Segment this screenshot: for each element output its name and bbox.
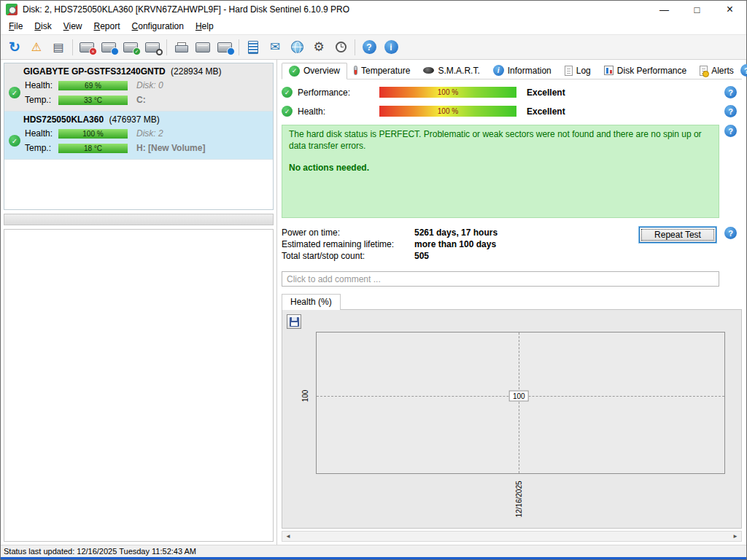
- chart-crosshair-vertical: [519, 332, 519, 473]
- chart-tab-row: Health (%): [282, 293, 742, 309]
- status-action: No actions needed.: [289, 163, 712, 174]
- problems-button[interactable]: ⚠: [26, 37, 47, 58]
- tabbar: ✓ Overview Temperature S.M.A.R.T. i Info…: [282, 62, 742, 79]
- volume-label: C:: [136, 95, 146, 105]
- disk-remove-button[interactable]: ×: [76, 37, 98, 58]
- menu-disk[interactable]: Disk: [28, 19, 57, 34]
- save-report-button[interactable]: [214, 37, 236, 58]
- tab-temperature[interactable]: Temperature: [347, 62, 417, 79]
- devices-button[interactable]: [192, 37, 214, 58]
- warning-icon: ⚠: [31, 40, 42, 54]
- window-controls: — □ ×: [648, 1, 746, 18]
- disk-remove-icon: ×: [80, 42, 94, 52]
- scheduler-button[interactable]: [330, 37, 352, 58]
- tab-disk-performance[interactable]: Disk Performance: [597, 62, 693, 79]
- disk-platter-icon: [423, 67, 434, 74]
- disk-check-icon: ✓: [123, 42, 138, 52]
- health-bar: 100 %: [379, 106, 516, 117]
- statusbar: Status last updated: 12/16/2025 Tuesday …: [1, 545, 746, 557]
- disk-list-item-1[interactable]: HDS725050KLA360 (476937 MB) ✓ Health: 10…: [4, 112, 273, 160]
- status-help-icon[interactable]: ?: [724, 125, 737, 137]
- maximize-button[interactable]: □: [681, 1, 713, 18]
- lifetime-section: Power on time: 5261 days, 17 hours Estim…: [282, 227, 737, 262]
- toolbar-separator: [355, 39, 355, 55]
- tab-label: Disk Performance: [617, 66, 686, 76]
- information-button[interactable]: i: [380, 37, 402, 58]
- tab-label: Log: [576, 66, 591, 76]
- health-help-icon[interactable]: ?: [724, 105, 737, 117]
- log-page-icon: [565, 66, 573, 76]
- app-window: Disk: 2, HDS725050KLA360 [KRVN67ZAHWPL9F…: [0, 0, 747, 560]
- tabs-help-icon[interactable]: ?: [740, 64, 747, 77]
- app-icon: [6, 4, 18, 15]
- performance-ok-icon: ✓: [282, 87, 293, 98]
- disk-list-panel: GIGABYTE GP-GSTFS31240GNTD (228934 MB) ✓…: [4, 63, 274, 210]
- menu-view[interactable]: View: [58, 19, 88, 34]
- gear-icon: ⚙: [313, 39, 324, 55]
- overview-tab-check-icon: ✓: [289, 66, 300, 77]
- disk-sidebar: GIGABYTE GP-GSTFS31240GNTD (228934 MB) ✓…: [1, 60, 276, 545]
- tab-smart[interactable]: S.M.A.R.T.: [417, 62, 486, 79]
- repeat-test-button[interactable]: Repeat Test: [639, 227, 716, 243]
- refresh-button[interactable]: ↻: [4, 37, 26, 58]
- close-button[interactable]: ×: [713, 1, 746, 18]
- notebook-icon: [248, 41, 258, 54]
- window-title: Disk: 2, HDS725050KLA360 [KRVN67ZAHWPL9F…: [23, 4, 349, 15]
- volume-label: H: [New Volume]: [136, 143, 205, 153]
- menu-configuration[interactable]: Configuration: [126, 19, 190, 34]
- main-area: GIGABYTE GP-GSTFS31240GNTD (228934 MB) ✓…: [1, 60, 746, 545]
- report-button[interactable]: ▤: [47, 37, 69, 58]
- tab-overview[interactable]: ✓ Overview: [282, 63, 347, 79]
- lifetime-value: more than 100 days: [414, 239, 496, 249]
- report-file-button[interactable]: [242, 37, 264, 58]
- menu-help[interactable]: Help: [190, 19, 220, 34]
- performance-label: Performance:: [298, 88, 379, 98]
- chart-tab-label: Health (%): [290, 297, 332, 307]
- repeat-test-help-icon[interactable]: ?: [724, 227, 737, 239]
- health-chart: 100 100 12/16/2025: [282, 309, 742, 529]
- minimize-button[interactable]: —: [648, 1, 681, 18]
- tab-label: Temperature: [361, 66, 410, 76]
- collapsed-panel-header[interactable]: [4, 214, 274, 225]
- power-on-label: Power on time:: [282, 228, 414, 238]
- help-button[interactable]: ?: [358, 37, 380, 58]
- tab-information[interactable]: i Information: [487, 62, 558, 79]
- health-label: Health:: [298, 106, 379, 117]
- email-button[interactable]: ✉: [264, 37, 286, 58]
- disk-status-ok-icon: ✓: [9, 87, 20, 98]
- website-button[interactable]: [286, 37, 308, 58]
- help-icon: ?: [363, 40, 376, 54]
- performance-help-icon[interactable]: ?: [724, 86, 737, 98]
- chart-scrollbar[interactable]: ◄ ►: [282, 531, 742, 542]
- status-last-updated: Status last updated: 12/16/2025 Tuesday …: [4, 547, 196, 556]
- save-chart-button[interactable]: [287, 314, 301, 329]
- temp-bar: 33 °C: [58, 96, 128, 105]
- disk-clock-icon: [101, 42, 116, 52]
- toolbar-separator: [239, 39, 239, 55]
- tab-log[interactable]: Log: [558, 62, 597, 79]
- printer-icon: [175, 42, 187, 52]
- startstop-label: Total start/stop count:: [282, 251, 414, 261]
- tab-alerts[interactable]: Alerts: [693, 62, 740, 79]
- overview-panel: ✓ Overview Temperature S.M.A.R.T. i Info…: [276, 60, 746, 545]
- disk-schedule-button[interactable]: [98, 37, 120, 58]
- menu-report[interactable]: Report: [88, 19, 126, 34]
- scroll-right-icon[interactable]: ►: [732, 533, 738, 540]
- menu-file[interactable]: File: [3, 19, 28, 34]
- temp-bar: 18 °C: [58, 144, 128, 153]
- power-on-value: 5261 days, 17 hours: [414, 228, 498, 238]
- globe-icon: [291, 41, 303, 53]
- disk-list-item-0[interactable]: GIGABYTE GP-GSTFS31240GNTD (228934 MB) ✓…: [4, 63, 273, 112]
- disk-surface-test-button[interactable]: [142, 37, 163, 58]
- scroll-left-icon[interactable]: ◄: [285, 533, 291, 540]
- chart-tab-health[interactable]: Health (%): [282, 294, 341, 310]
- disk-size: (476937 MB): [109, 114, 159, 125]
- tab-label: S.M.A.R.T.: [438, 66, 479, 76]
- health-label: Health:: [25, 80, 58, 90]
- disk-size: (228934 MB): [171, 66, 221, 77]
- status-message-box: The hard disk status is PERFECT. Problem…: [282, 125, 719, 218]
- comment-input[interactable]: [282, 271, 719, 287]
- settings-button[interactable]: ⚙: [308, 37, 330, 58]
- print-button[interactable]: [170, 37, 192, 58]
- disk-accept-button[interactable]: ✓: [120, 37, 142, 58]
